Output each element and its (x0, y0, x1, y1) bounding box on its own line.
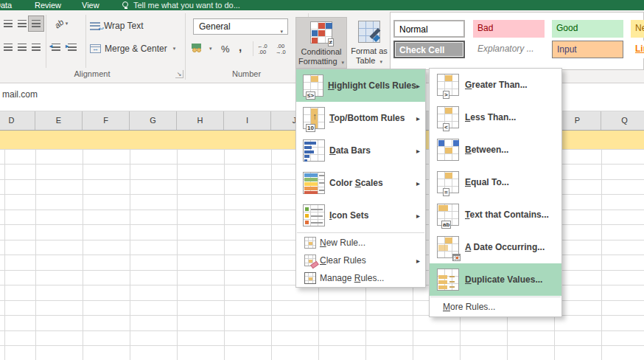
menu-item-label: Manage Rules... (320, 273, 384, 283)
submenu-arrow-icon: ▸ (416, 179, 420, 187)
label-pre: Manage (320, 273, 354, 283)
style-neutral[interactable]: Neutral (631, 20, 644, 38)
style-linked-cell[interactable]: Linked Cell (631, 41, 644, 58)
wrap-text-label: Wrap Text (104, 21, 144, 31)
align-left-button[interactable] (1, 40, 15, 55)
style-bad[interactable]: Bad (473, 20, 545, 38)
label-rest: etween... (472, 145, 509, 155)
accounting-number-format-icon (191, 44, 203, 54)
tab-review[interactable]: Review (35, 0, 61, 10)
column-header-q[interactable]: Q (601, 111, 644, 130)
up-arrow-icon: ↑ (312, 111, 317, 122)
column-header-h[interactable]: H (177, 111, 224, 130)
menu-item-color-scales[interactable]: Color Scales ▸ (296, 167, 425, 199)
dropdown-icon: ▾ (342, 60, 345, 65)
style-normal[interactable]: Normal (393, 20, 465, 38)
percent-style-button[interactable]: % (221, 41, 230, 57)
dropdown-icon: ▾ (209, 46, 212, 52)
label-pre: Color (329, 178, 355, 188)
increase-decimal-button[interactable]: ←.0 .00 (257, 41, 267, 58)
greater-than-icon: > (437, 74, 459, 96)
column-header-g[interactable]: G (130, 111, 177, 130)
top-align-icon (4, 20, 13, 27)
menu-item-manage-rules[interactable]: Manage Rules... (296, 269, 425, 287)
dropdown-icon: ▾ (66, 21, 69, 27)
menu-item-less-than[interactable]: < Less Than... (430, 101, 561, 134)
submenu-arrow-icon: ▸ (416, 212, 420, 220)
menu-item-equal-to[interactable]: = Equal To... (430, 166, 561, 198)
menu-item-duplicate-values[interactable]: Duplicate Values... (430, 263, 561, 296)
menu-item-label: Greater Than... (465, 80, 528, 90)
merge-center-button[interactable]: ↔ Merge & Center ▾ (90, 41, 175, 57)
menu-item-text-that-contains[interactable]: ab Text that Contains... (430, 198, 561, 231)
style-explanatory[interactable]: Explanatory ... (473, 41, 545, 58)
style-good[interactable]: Good (552, 20, 623, 38)
greater-badge: > (443, 91, 449, 99)
label-rest: uplicate Values... (472, 274, 543, 285)
return-arrow-icon: ↩ (97, 25, 103, 32)
top-bottom-rules-icon: ↑ 10 (303, 107, 325, 129)
dropdown-icon: ▾ (379, 59, 382, 64)
menu-item-greater-than[interactable]: > Greater Than... (430, 69, 561, 101)
menu-item-label: A Date Occurring... (465, 242, 545, 252)
dropdown-icon: ▾ (280, 24, 283, 39)
label-rest: op/Bottom Rules (334, 113, 405, 123)
column-header-i[interactable]: I (224, 111, 271, 130)
menu-item-data-bars[interactable]: Data Bars ▸ (296, 134, 425, 167)
conditional-formatting-icon: ≠ (310, 21, 332, 44)
accounting-format-button[interactable]: ▾ (191, 41, 212, 57)
tell-me-box[interactable]: Tell me what you want to do... (133, 0, 240, 10)
comma-style-button[interactable]: , (239, 38, 242, 55)
format-as-table-button[interactable]: Format as Table ▾ (349, 17, 390, 69)
column-header-e[interactable]: E (35, 111, 83, 130)
menu-item-clear-rules[interactable]: Clear Rules ▸ (296, 252, 425, 269)
center-button[interactable] (15, 40, 29, 55)
submenu-arrow-icon: ▸ (416, 147, 420, 155)
menu-item-between[interactable]: Between... (430, 134, 561, 166)
format-as-table-icon (358, 21, 380, 43)
menu-item-label: Clear Rules (320, 255, 366, 266)
bottom-align-button[interactable] (29, 16, 43, 31)
menu-item-label: Color Scales (329, 178, 383, 188)
increase-indent-icon (68, 44, 77, 51)
new-rule-icon (304, 237, 316, 249)
label-rest: qual To... (471, 177, 509, 187)
top-align-button[interactable] (1, 16, 15, 31)
menu-item-new-rule[interactable]: New Rule... (296, 234, 425, 252)
menu-item-a-date-occurring[interactable]: A Date Occurring... (430, 231, 561, 263)
menu-item-icon-sets[interactable]: Icon Sets ▸ (296, 199, 425, 232)
fat-button-label-2: Table ▾ (349, 56, 390, 66)
tab-view[interactable]: View (82, 0, 99, 10)
text-that-contains-icon: ab (437, 204, 459, 226)
manage-rules-icon (304, 272, 316, 284)
column-header-f[interactable]: F (83, 111, 130, 130)
label-rest: ighlight Cells Rules (335, 80, 416, 91)
menu-item-label: Equal To... (465, 177, 509, 187)
clear-rules-icon (304, 255, 316, 266)
menu-item-highlight-cells-rules[interactable]: ≤> Highlight Cells Rules ▸ (296, 69, 425, 102)
middle-align-button[interactable] (15, 16, 29, 31)
menu-item-more-rules[interactable]: More Rules... (430, 298, 561, 316)
highlight-cells-rules-submenu: > Greater Than... < Less Than... Between… (429, 68, 562, 317)
tab-data[interactable]: Data (0, 0, 12, 10)
label-rest: ew Rule... (326, 238, 365, 248)
column-header-d[interactable]: D (0, 111, 35, 130)
orientation-icon: ab (52, 18, 65, 30)
accel-key: D (329, 145, 336, 156)
orientation-button[interactable]: ab ▾ (49, 16, 74, 31)
accel-key: N (320, 238, 326, 248)
style-input[interactable]: Input (552, 41, 623, 58)
ten-badge: 10 (306, 124, 315, 132)
decrease-indent-button[interactable]: ◂ (49, 40, 63, 55)
decrease-decimal-button[interactable]: .00 →.0 (276, 41, 286, 58)
menu-item-top-bottom-rules[interactable]: ↑ 10 Top/Bottom Rules ▸ (296, 102, 425, 134)
wrap-text-button[interactable]: ↩ Wrap Text (90, 18, 144, 34)
conditional-formatting-button[interactable]: ≠ Conditional Formatting ▾ (295, 17, 347, 69)
align-right-button[interactable] (29, 40, 43, 55)
cf-button-label-1: Conditional (296, 47, 346, 57)
decrease-indent-icon (52, 44, 60, 51)
alignment-dialog-launcher[interactable]: ↘ (175, 70, 183, 78)
style-check-cell[interactable]: Check Cell (393, 41, 465, 58)
increase-indent-button[interactable]: ▸ (65, 40, 80, 55)
number-format-select[interactable]: General ▾ (193, 18, 288, 35)
